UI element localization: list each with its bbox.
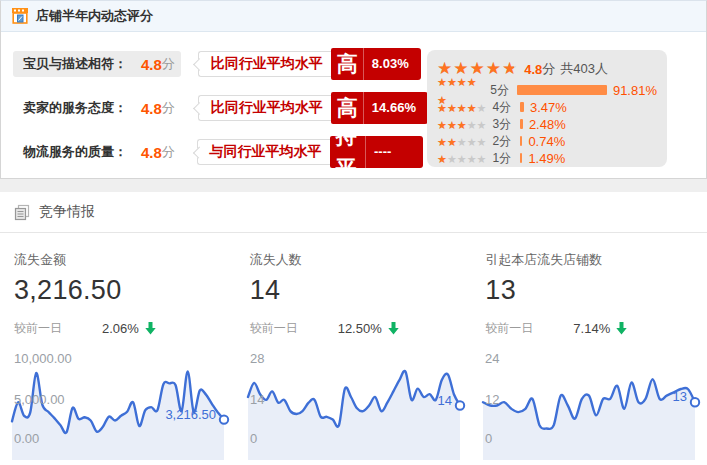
copy-report-icon: [14, 204, 31, 221]
breakdown-bar: [517, 85, 607, 95]
rating-row-description[interactable]: 宝贝与描述相符： 4.8 分 比同行业平均水平 高 8.03%: [13, 42, 423, 86]
svg-text:14: 14: [250, 392, 264, 407]
metric-name: 流失金额: [14, 251, 236, 269]
compare-text: 与同行业平均水平: [197, 139, 330, 165]
metric-name: 流失人数: [250, 251, 472, 269]
competition-header: 竞争情报: [0, 192, 707, 233]
rating-score-unit: 分: [162, 143, 175, 161]
trend-down-arrow-icon: [388, 322, 399, 335]
svg-text:14: 14: [437, 393, 451, 408]
rating-label: 卖家的服务态度：: [23, 99, 135, 117]
rating-label: 物流服务的质量：: [23, 143, 135, 161]
breakdown-label: 5分: [490, 82, 513, 99]
rating-score-unit: 分: [162, 99, 175, 117]
lost-amount-chart[interactable]: 10,000.005,000.000.003,216.50: [8, 348, 236, 460]
metric-value: 14: [250, 275, 472, 306]
svg-text:3,216.50: 3,216.50: [165, 407, 216, 422]
verdict-text: 持平: [330, 120, 365, 184]
trend-down-arrow-icon: [616, 322, 627, 335]
metric-compare-row: 较前一日 2.06%: [14, 320, 236, 336]
svg-text:10,000.00: 10,000.00: [14, 351, 72, 366]
rating-score: 4.8: [141, 56, 162, 73]
compare-bubble: 比同行业平均水平 高 14.66%: [195, 92, 428, 124]
breakdown-row: ★★★★★★★★★★5分91.81%: [437, 83, 657, 97]
compare-bubble: 与同行业平均水平 持平 ----: [195, 136, 423, 168]
rating-row-logistics[interactable]: 物流服务的质量： 4.8 分 与同行业平均水平 持平 ----: [13, 130, 423, 174]
rating-score: 4.8: [141, 144, 162, 161]
metric-name: 引起本店流失店铺数: [485, 251, 707, 269]
competing-shops-chart[interactable]: 2412013: [479, 348, 707, 460]
breakdown-row: ★★★★★★★★★4分3.47%: [437, 100, 657, 114]
storefront-icon: [11, 7, 29, 25]
breakdown-row: ★★★★★★1分1.49%: [437, 151, 657, 165]
metric-compare-row: 较前一日 7.14%: [485, 320, 707, 336]
svg-text:5,000.00: 5,000.00: [14, 392, 65, 407]
svg-text:0: 0: [485, 431, 492, 446]
rating-row-highlight: 物流服务的质量： 4.8 分: [13, 139, 181, 165]
metric-lost-amount: 流失金额 3,216.50 较前一日 2.06% 10,000.005,000.…: [0, 251, 236, 460]
compare-period-label: 较前一日: [14, 320, 102, 337]
metrics-grid: 流失金额 3,216.50 较前一日 2.06% 10,000.005,000.…: [0, 233, 707, 460]
breakdown-row: ★★★★★★★★3分2.48%: [437, 117, 657, 131]
competition-title: 竞争情报: [39, 203, 95, 221]
breakdown-star-icons: ★★★★★★: [437, 149, 486, 167]
breakdown-bar: [520, 119, 523, 129]
summary-score-unit: 分: [542, 60, 555, 78]
lost-visitors-chart[interactable]: 2814014: [244, 348, 472, 460]
compare-text: 比同行业平均水平: [198, 51, 331, 77]
breakdown-bar: [520, 102, 524, 112]
rating-label: 宝贝与描述相符：: [23, 55, 135, 73]
compare-verdict-block: 持平 ----: [330, 136, 423, 168]
svg-text:0: 0: [250, 431, 257, 446]
metric-compare-row: 较前一日 12.50%: [250, 320, 472, 336]
change-percent: 2.06%: [102, 321, 139, 336]
svg-text:24: 24: [485, 351, 499, 366]
ratings-panel: 店铺半年内动态评分 宝贝与描述相符： 4.8 分 比同行业平均水平 高 8: [0, 0, 707, 179]
svg-text:12: 12: [485, 392, 499, 407]
breakdown-percent: 2.48%: [529, 117, 566, 132]
rating-breakdown: ★★★★★★★★★★5分91.81%★★★★★★★★★4分3.47%★★★★★★…: [437, 83, 657, 165]
verdict-text: 高: [331, 48, 363, 80]
trend-down-arrow-icon: [145, 322, 156, 335]
breakdown-label: 3分: [492, 116, 516, 133]
summary-score: 4.8: [524, 62, 542, 77]
rating-row-highlight: 卖家的服务态度： 4.8 分: [13, 95, 181, 121]
breakdown-label: 4分: [492, 99, 516, 116]
compare-verdict-block: 高 8.03%: [331, 48, 421, 80]
verdict-percent: 8.03%: [363, 48, 421, 80]
ratings-panel-title: 店铺半年内动态评分: [36, 7, 153, 25]
breakdown-percent: 91.81%: [613, 83, 657, 98]
metric-value: 13: [485, 275, 707, 306]
breakdown-row: ★★★★★★★2分0.74%: [437, 134, 657, 148]
breakdown-bar: [520, 136, 522, 146]
metric-value: 3,216.50: [14, 275, 236, 306]
summary-rater-count: 共403人: [560, 60, 608, 78]
ratings-panel-header: 店铺半年内动态评分: [1, 1, 706, 32]
breakdown-percent: 1.49%: [528, 151, 565, 166]
verdict-percent: 14.66%: [363, 92, 428, 124]
change-percent: 7.14%: [573, 321, 610, 336]
breakdown-star-icons: ★★★★★★★★: [437, 115, 486, 133]
star-summary-panel: ★★★★★★★★★★ 4.8 分 共403人 ★★★★★★★★★★5分91.81…: [427, 50, 667, 167]
verdict-percent: ----: [365, 136, 423, 168]
compare-period-label: 较前一日: [485, 320, 573, 337]
rating-score: 4.8: [141, 100, 162, 117]
metric-competing-shops: 引起本店流失店铺数 13 较前一日 7.14% 2412013: [471, 251, 707, 460]
compare-bubble: 比同行业平均水平 高 8.03%: [195, 48, 421, 80]
rating-rows: 宝贝与描述相符： 4.8 分 比同行业平均水平 高 8.03%: [1, 42, 423, 174]
change-percent: 12.50%: [338, 321, 382, 336]
compare-text: 比同行业平均水平: [198, 95, 331, 121]
breakdown-percent: 3.47%: [530, 100, 567, 115]
svg-text:28: 28: [250, 351, 264, 366]
competition-panel: 竞争情报 流失金额 3,216.50 较前一日 2.06% 10,000.005…: [0, 192, 707, 465]
svg-text:13: 13: [673, 389, 687, 404]
compare-period-label: 较前一日: [250, 320, 338, 337]
metric-lost-visitors: 流失人数 14 较前一日 12.50% 2814014: [236, 251, 472, 460]
rating-score-unit: 分: [162, 55, 175, 73]
breakdown-bar: [520, 153, 522, 163]
breakdown-label: 2分: [492, 133, 516, 150]
svg-text:0.00: 0.00: [14, 431, 39, 446]
breakdown-star-icons: ★★★★★★★: [437, 132, 486, 150]
ratings-body: 宝贝与描述相符： 4.8 分 比同行业平均水平 高 8.03%: [1, 32, 706, 174]
breakdown-label: 1分: [492, 150, 516, 167]
